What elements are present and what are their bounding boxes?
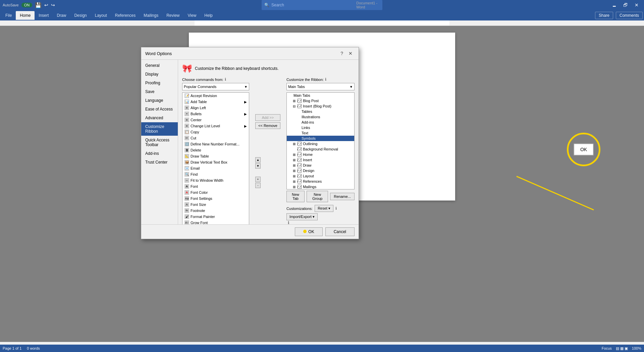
list-item-align-left[interactable]: ≡ Align Left	[182, 105, 249, 111]
remove-button[interactable]: << Remove	[255, 122, 280, 129]
tree-draw[interactable]: ⊞ ✓ Draw	[287, 163, 354, 168]
list-item-email[interactable]: 📧 Email	[182, 165, 249, 171]
tree-text[interactable]: Text	[287, 130, 354, 136]
cancel-button[interactable]: Cancel	[325, 227, 355, 236]
list-item-label: Bullets	[191, 112, 202, 116]
ok-button[interactable]: OK	[295, 227, 323, 236]
sidebar-item-proofing[interactable]: Proofing	[141, 79, 178, 87]
ribbon-tree[interactable]: Main Tabs ⊞ ✓ Blog Post ⊟ ✓	[286, 92, 355, 189]
tree-layout[interactable]: ⊞ ✓ Layout	[287, 173, 354, 179]
tree-checkbox[interactable]: ✓	[298, 104, 302, 108]
tree-illustrations[interactable]: Illustrations	[287, 114, 354, 120]
list-item-fit-to-window[interactable]: ↔ Fit to Window Width	[182, 177, 249, 183]
tree-insert-blog[interactable]: ⊟ ✓ Insert (Blog Post)	[287, 103, 354, 109]
tree-insert[interactable]: ⊞ ✓ Insert	[287, 157, 354, 163]
ok-circle-button[interactable]: OK	[574, 143, 594, 156]
expand-icon: ⊞	[292, 153, 296, 157]
tree-home[interactable]: ⊞ ✓ Home	[287, 152, 354, 157]
tree-bg-removal[interactable]: ✓ Background Removal	[287, 146, 354, 152]
list-item-grow-font[interactable]: A↑ Grow Font	[182, 220, 249, 224]
list-item-font-color[interactable]: A Font Color	[182, 189, 249, 195]
tree-mailings[interactable]: ⊞ ✓ Mailings	[287, 184, 354, 189]
sidebar-item-ease-of-access[interactable]: Ease of Access	[141, 105, 178, 114]
import-export-info-icon: ℹ	[288, 220, 289, 224]
sidebar-item-add-ins[interactable]: Add-ins	[141, 149, 178, 158]
commands-dropdown-value: Popular Commands	[184, 85, 216, 89]
list-item-label: Font Color	[191, 190, 208, 194]
tree-main-tabs[interactable]: Main Tabs	[287, 93, 354, 98]
list-item-find[interactable]: 🔍 Find	[182, 171, 249, 177]
commands-dropdown[interactable]: Popular Commands ▼	[182, 83, 249, 90]
submenu-arrow-icon: ▶	[244, 100, 247, 104]
list-item-draw-vertical[interactable]: 📦 Draw Vertical Text Box	[182, 159, 249, 165]
left-panel: Choose commands from: ℹ Popular Commands…	[182, 77, 249, 224]
commands-list[interactable]: 📝 Accept Revision 📊 Add Table ▶ ≡ Align …	[182, 92, 249, 224]
tree-checkbox[interactable]: ✓	[298, 142, 302, 146]
tree-checkbox[interactable]: ✓	[298, 152, 302, 157]
rename-button[interactable]: Rename...	[330, 193, 355, 200]
sidebar-item-save[interactable]: Save	[141, 87, 178, 96]
tree-checkbox[interactable]: ✓	[298, 158, 302, 162]
list-item-bullets[interactable]: • Bullets ▶	[182, 111, 249, 117]
sidebar-item-language[interactable]: Language	[141, 96, 178, 105]
tree-add-ins-blog[interactable]: Add-ins	[287, 120, 354, 125]
sidebar-item-general[interactable]: General	[141, 61, 178, 70]
tree-links[interactable]: Links	[287, 125, 354, 130]
dialog-help-button[interactable]: ?	[338, 50, 345, 57]
tree-checkbox[interactable]: ✓	[298, 147, 302, 151]
list-item-change-list-level[interactable]: ≡ Change List Level ▶	[182, 123, 249, 129]
tree-checkbox[interactable]: ✓	[298, 169, 302, 173]
list-item-draw-table[interactable]: 📐 Draw Table	[182, 153, 249, 159]
new-tab-button[interactable]: New Tab	[286, 191, 305, 202]
list-item-copy[interactable]: 📋 Copy	[182, 129, 249, 135]
dialog-title-bar: Word Options ? ✕	[141, 47, 359, 60]
tree-checkbox[interactable]: ✓	[298, 163, 302, 167]
tree-symbols[interactable]: Symbols	[287, 136, 354, 141]
dialog-close-button[interactable]: ✕	[346, 50, 355, 57]
tree-design[interactable]: ⊞ ✓ Design	[287, 168, 354, 173]
tree-checkbox[interactable]: ✓	[298, 179, 302, 183]
import-export-button[interactable]: Import/Export ▾	[286, 213, 318, 220]
list-item-font[interactable]: A Font	[182, 183, 249, 189]
list-item-center[interactable]: ≡ Center	[182, 117, 249, 123]
tree-checkbox[interactable]: ✓	[298, 99, 302, 103]
list-item-format-painter[interactable]: 🖌 Format Painter	[182, 214, 249, 220]
tree-references[interactable]: ⊞ ✓ References	[287, 179, 354, 184]
tree-tables[interactable]: Tables	[287, 109, 354, 114]
expand-button[interactable]: +	[255, 177, 261, 182]
expand-icon: ⊞	[292, 169, 296, 173]
sidebar-item-customize-ribbon[interactable]: Customize Ribbon	[141, 122, 178, 136]
tree-checkbox[interactable]: ✓	[298, 185, 302, 189]
list-item-label: Cut	[191, 136, 196, 140]
move-up-button[interactable]: ▲	[255, 157, 261, 163]
move-down-button[interactable]: ▼	[255, 163, 261, 169]
ribbon-dropdown[interactable]: Main Tabs ▼	[286, 83, 355, 90]
new-group-button[interactable]: New Group	[307, 191, 328, 202]
sidebar-item-quick-access[interactable]: Quick Access Toolbar	[141, 136, 178, 149]
list-item-label: Font	[191, 184, 198, 188]
list-item-cut[interactable]: ✂ Cut	[182, 135, 249, 141]
add-button[interactable]: Add >>	[255, 114, 280, 121]
tree-blog-post[interactable]: ⊞ ✓ Blog Post	[287, 98, 354, 103]
tree-label: Home	[303, 152, 313, 157]
sidebar-item-display[interactable]: Display	[141, 70, 178, 79]
reset-button[interactable]: Reset ▾	[315, 205, 333, 212]
list-item-icon: 📊	[184, 99, 189, 104]
expand-icon: ⊞	[292, 174, 296, 178]
list-item-footnote[interactable]: fn Footnote	[182, 208, 249, 214]
collapse-button[interactable]: -	[255, 183, 261, 188]
tree-checkbox[interactable]: ✓	[298, 174, 302, 178]
list-item-accept-revision[interactable]: 📝 Accept Revision	[182, 93, 249, 99]
sidebar-item-advanced[interactable]: Advanced	[141, 114, 178, 122]
list-item-font-settings[interactable]: Aa Font Settings	[182, 195, 249, 202]
list-item-delete[interactable]: 🗑 Delete	[182, 147, 249, 153]
ribbon-dropdown-value: Main Tabs	[288, 85, 305, 89]
sidebar-item-trust-center[interactable]: Trust Center	[141, 158, 178, 167]
list-item-icon: A	[184, 202, 189, 207]
list-item-add-table[interactable]: 📊 Add Table ▶	[182, 99, 249, 105]
dialog-body: General Display Proofing Save Language E…	[141, 60, 359, 224]
list-item-define-number-format[interactable]: 🔢 Define New Number Format...	[182, 141, 249, 147]
list-item-icon: ↔	[184, 178, 189, 183]
list-item-font-size[interactable]: A Font Size	[182, 202, 249, 208]
tree-outlining[interactable]: ⊞ ✓ Outlining	[287, 141, 354, 146]
